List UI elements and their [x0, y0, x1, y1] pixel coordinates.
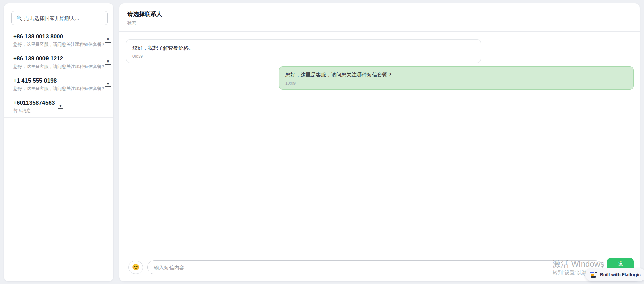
- contact-item[interactable]: +1 415 555 0198 您好，这里是客服，请问您关注哪种短信套餐? ▼: [4, 73, 113, 95]
- country-search-input[interactable]: [11, 11, 108, 25]
- contact-preview: 暂无消息: [13, 107, 55, 114]
- chat-status: 状态: [127, 20, 631, 26]
- screen-edge-artifact: ▴: [0, 202, 0, 206]
- chevron-down-icon[interactable]: ▼: [105, 59, 111, 65]
- contact-text: +86 139 0009 1212 您好，这里是客服，请问您关注哪种短信套餐?: [13, 55, 102, 70]
- contact-preview: 您好，这里是客服，请问您关注哪种短信套餐?: [13, 41, 102, 48]
- contact-item[interactable]: +86 138 0013 8000 您好，这里是客服，请问您关注哪种短信套餐? …: [4, 29, 113, 51]
- contact-text: +601135874563 暂无消息: [13, 99, 55, 114]
- emoji-picker-button[interactable]: 😊: [128, 261, 143, 274]
- contact-number: +86 138 0013 8000: [13, 33, 102, 40]
- message-input[interactable]: [147, 260, 603, 274]
- contact-number: +601135874563: [13, 99, 55, 107]
- contact-preview: 您好，这里是客服，请问您关注哪种短信套餐?: [13, 63, 102, 70]
- chevron-down-icon[interactable]: ▼: [58, 104, 63, 109]
- message-text: 您好，这里是客服，请问您关注哪种短信套餐？: [285, 71, 627, 78]
- contact-number: +86 139 0009 1212: [13, 55, 102, 63]
- contact-preview: 您好，这里是客服，请问您关注哪种短信套餐?: [13, 85, 102, 92]
- message-bubble-outgoing: 您好，这里是客服，请问您关注哪种短信套餐？ 10:09: [279, 66, 634, 90]
- flatlogic-logo-icon: [590, 272, 597, 278]
- flatlogic-badge[interactable]: Built with Flatlogic: [585, 268, 644, 281]
- contacts-sidebar: +86 138 0013 8000 您好，这里是客服，请问您关注哪种短信套餐? …: [4, 3, 113, 281]
- contact-item[interactable]: +601135874563 暂无消息 ▼: [4, 95, 113, 118]
- search-bar: [4, 3, 113, 29]
- message-time: 09:39: [132, 54, 475, 59]
- message-text: 您好，我想了解套餐价格。: [132, 44, 475, 51]
- contact-text: +86 138 0013 8000 您好，这里是客服，请问您关注哪种短信套餐?: [13, 33, 102, 48]
- flatlogic-badge-label: Built with Flatlogic: [600, 272, 641, 277]
- chevron-down-icon[interactable]: ▼: [105, 82, 111, 87]
- contact-item[interactable]: +86 139 0009 1212 您好，这里是客服，请问您关注哪种短信套餐? …: [4, 51, 113, 73]
- chat-panel: 请选择联系人 状态 您好，我想了解套餐价格。 09:39 您好，这里是客服，请问…: [119, 3, 640, 281]
- chat-header: 请选择联系人 状态: [119, 3, 640, 32]
- message-bubble-incoming: 您好，我想了解套餐价格。 09:39: [126, 39, 481, 63]
- chevron-down-icon[interactable]: ▼: [105, 37, 111, 43]
- page-title: 请选择联系人: [127, 10, 631, 18]
- message-list: 您好，我想了解套餐价格。 09:39 您好，这里是客服，请问您关注哪种短信套餐？…: [119, 32, 640, 253]
- contact-number: +1 415 555 0198: [13, 77, 102, 85]
- message-time: 10:09: [285, 81, 627, 86]
- message-composer: 😊 发送: [119, 253, 640, 281]
- contact-text: +1 415 555 0198 您好，这里是客服，请问您关注哪种短信套餐?: [13, 77, 102, 92]
